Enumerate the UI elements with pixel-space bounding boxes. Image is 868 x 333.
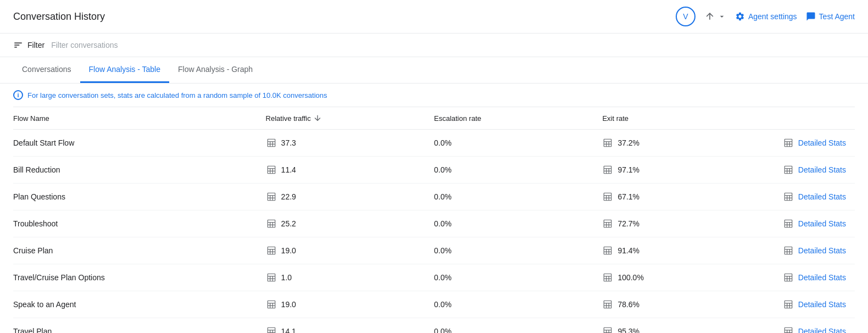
detailed-stats-link[interactable]: Detailed Stats	[798, 219, 846, 228]
agent-settings-label: Agent settings	[748, 12, 797, 21]
header-actions: V Agent settings Test Agent	[676, 7, 855, 26]
detailed-stats-link[interactable]: Detailed Stats	[798, 165, 846, 174]
filter-label-wrap: Filter	[13, 40, 44, 50]
top-header: Conversation History V Agent settings Te…	[0, 0, 868, 34]
svg-rect-92	[268, 301, 275, 308]
detailed-stats-link[interactable]: Detailed Stats	[798, 192, 846, 201]
test-agent-link[interactable]: Test Agent	[806, 12, 855, 21]
svg-rect-37	[604, 193, 612, 201]
table-icon-exit	[602, 299, 613, 310]
table-row: Bill Reduction 11.4 0.0% 97.1% Detailed …	[13, 157, 855, 184]
svg-rect-97	[604, 301, 612, 308]
cell-exit-rate: 37.2%	[602, 130, 770, 157]
cell-exit-rate: 72.7%	[602, 210, 770, 237]
svg-rect-17	[268, 166, 275, 174]
sort-button[interactable]	[704, 11, 726, 22]
table-header-row: Flow Name Relative traffic Escalation ra…	[13, 107, 855, 130]
detailed-stats-link[interactable]: Detailed Stats	[798, 327, 846, 333]
cell-detailed-stats[interactable]: Detailed Stats	[771, 264, 855, 291]
page-title: Conversation History	[13, 11, 105, 23]
table-icon-exit	[602, 137, 613, 148]
table-icon-exit	[602, 164, 613, 175]
svg-rect-57	[784, 220, 792, 227]
cell-escalation-rate: 0.0%	[434, 318, 602, 334]
table-row: Travel/Cruise Plan Options 1.0 0.0% 100.…	[13, 264, 855, 291]
cell-flow-name: Travel/Cruise Plan Options	[13, 264, 266, 291]
table-icon-stats	[783, 272, 794, 283]
table-icon-stats	[783, 164, 794, 175]
cell-relative-traffic: 11.4	[266, 157, 434, 184]
cell-exit-rate: 95.3%	[602, 318, 770, 334]
svg-rect-52	[604, 220, 612, 227]
svg-rect-67	[604, 247, 612, 254]
cell-flow-name: Default Start Flow	[13, 130, 266, 157]
table-icon-traffic	[266, 164, 277, 175]
agent-settings-link[interactable]: Agent settings	[735, 12, 797, 21]
cell-relative-traffic: 19.0	[266, 237, 434, 264]
svg-rect-72	[784, 247, 792, 254]
info-icon: i	[13, 90, 23, 100]
cell-detailed-stats[interactable]: Detailed Stats	[771, 130, 855, 157]
svg-rect-2	[268, 139, 275, 147]
cell-flow-name: Speak to an Agent	[13, 291, 266, 318]
table-icon-traffic	[266, 272, 277, 283]
svg-rect-32	[268, 193, 275, 201]
table-icon-traffic	[266, 218, 277, 229]
cell-escalation-rate: 0.0%	[434, 210, 602, 237]
cell-flow-name: Plan Questions	[13, 184, 266, 210]
table-row: Troubleshoot 25.2 0.0% 72.7% Detailed St…	[13, 210, 855, 237]
col-header-exit-rate: Exit rate	[602, 107, 770, 130]
filter-bar: Filter Filter conversations	[0, 34, 868, 57]
svg-rect-77	[268, 274, 275, 281]
cell-escalation-rate: 0.0%	[434, 291, 602, 318]
table-icon-exit	[602, 272, 613, 283]
detailed-stats-link[interactable]: Detailed Stats	[798, 246, 846, 255]
svg-rect-27	[784, 166, 792, 174]
tab-flow-analysis-table[interactable]: Flow Analysis - Table	[80, 57, 169, 83]
svg-rect-12	[784, 139, 792, 147]
table-row: Cruise Plan 19.0 0.0% 91.4% Detailed Sta…	[13, 237, 855, 264]
cell-detailed-stats[interactable]: Detailed Stats	[771, 210, 855, 237]
sort-down-icon	[313, 114, 322, 123]
svg-rect-62	[268, 247, 275, 254]
tab-conversations[interactable]: Conversations	[13, 57, 80, 83]
col-header-flow-name: Flow Name	[13, 107, 266, 130]
svg-rect-7	[604, 139, 612, 147]
user-avatar[interactable]: V	[676, 7, 695, 26]
svg-rect-82	[604, 274, 612, 281]
svg-rect-47	[268, 220, 275, 227]
cell-escalation-rate: 0.0%	[434, 237, 602, 264]
cell-detailed-stats[interactable]: Detailed Stats	[771, 318, 855, 334]
table-icon-stats	[783, 191, 794, 202]
table-icon-exit	[602, 326, 613, 333]
cell-relative-traffic: 37.3	[266, 130, 434, 157]
table-icon-exit	[602, 218, 613, 229]
svg-rect-22	[604, 166, 612, 174]
cell-flow-name: Troubleshoot	[13, 210, 266, 237]
cell-detailed-stats[interactable]: Detailed Stats	[771, 157, 855, 184]
cell-detailed-stats[interactable]: Detailed Stats	[771, 184, 855, 210]
cell-escalation-rate: 0.0%	[434, 264, 602, 291]
cell-exit-rate: 78.6%	[602, 291, 770, 318]
cell-detailed-stats[interactable]: Detailed Stats	[771, 291, 855, 318]
gear-icon	[735, 12, 745, 21]
cell-detailed-stats[interactable]: Detailed Stats	[771, 237, 855, 264]
tab-flow-analysis-graph[interactable]: Flow Analysis - Graph	[169, 57, 261, 83]
cell-relative-traffic: 14.1	[266, 318, 434, 334]
cell-relative-traffic: 25.2	[266, 210, 434, 237]
cell-escalation-rate: 0.0%	[434, 184, 602, 210]
cell-flow-name: Cruise Plan	[13, 237, 266, 264]
cell-flow-name: Bill Reduction	[13, 157, 266, 184]
filter-label: Filter	[27, 41, 44, 49]
detailed-stats-link[interactable]: Detailed Stats	[798, 273, 846, 282]
table-row: Speak to an Agent 19.0 0.0% 78.6% Detail…	[13, 291, 855, 318]
detailed-stats-link[interactable]: Detailed Stats	[798, 138, 846, 147]
table-icon-traffic	[266, 245, 277, 256]
col-header-relative-traffic[interactable]: Relative traffic	[266, 107, 434, 130]
cell-flow-name: Travel Plan	[13, 318, 266, 334]
cell-exit-rate: 97.1%	[602, 157, 770, 184]
table-row: Travel Plan 14.1 0.0% 95.3% Detailed Sta…	[13, 318, 855, 334]
detailed-stats-link[interactable]: Detailed Stats	[798, 300, 846, 309]
cell-relative-traffic: 19.0	[266, 291, 434, 318]
test-agent-label: Test Agent	[819, 12, 855, 21]
